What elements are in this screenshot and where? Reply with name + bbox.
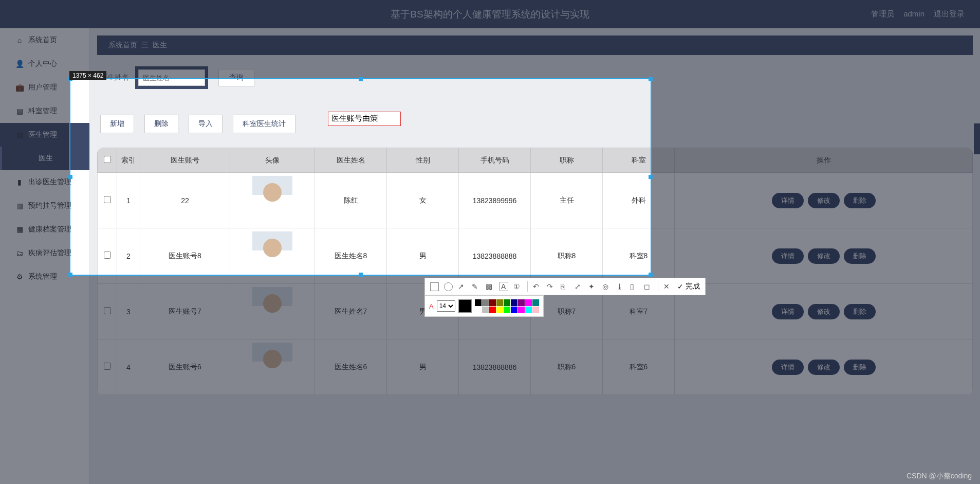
screenshot-mask (652, 78, 980, 276)
expand-tool-icon[interactable]: ⤢ (575, 282, 583, 291)
annotation-text: 医生账号由策 (331, 114, 378, 122)
color-swatch[interactable] (518, 307, 525, 313)
font-a-icon: A (429, 302, 434, 310)
mosaic-tool-icon[interactable]: ▩ (486, 282, 494, 291)
pin-tool-icon[interactable]: ✦ (588, 282, 597, 291)
current-color-swatch[interactable] (458, 299, 472, 313)
color-swatch[interactable] (475, 299, 482, 306)
stats-button[interactable]: 科室医生统计 (233, 115, 295, 133)
cell-name: 陈红 (315, 173, 387, 228)
cell-gender: 女 (387, 173, 459, 228)
text-tool-icon[interactable]: A (500, 282, 508, 291)
color-swatch[interactable] (525, 299, 532, 306)
pencil-tool-icon[interactable]: ✎ (472, 282, 480, 291)
ellipse-tool-icon[interactable] (444, 282, 453, 291)
annotation-text-input[interactable]: 医生账号由策 (328, 112, 401, 126)
font-size-select[interactable]: 14 (437, 300, 455, 312)
col-header: 索引 (117, 148, 140, 173)
import-button[interactable]: 导入 (189, 115, 223, 133)
color-swatch[interactable] (525, 307, 532, 313)
color-swatch[interactable] (489, 299, 496, 306)
undo-icon[interactable]: ↶ (533, 282, 542, 291)
cell-title: 主任 (531, 173, 603, 228)
check-icon: ✓ (677, 282, 683, 291)
color-swatch[interactable] (532, 299, 539, 306)
col-header: 职称 (531, 148, 603, 173)
font-toolbar: A 14 (424, 295, 544, 317)
col-header (98, 148, 117, 173)
color-swatch[interactable] (518, 299, 525, 306)
delete-button[interactable]: 删除 (144, 115, 178, 133)
cell-idx: 1 (117, 173, 140, 228)
copy-icon[interactable]: ▯ (630, 282, 639, 291)
screenshot-mask (0, 78, 69, 276)
color-swatch[interactable] (532, 307, 539, 313)
color-swatch[interactable] (511, 307, 517, 313)
color-swatch[interactable] (504, 307, 510, 313)
rect-tool-icon[interactable] (430, 282, 439, 291)
color-swatch[interactable] (511, 299, 517, 306)
cancel-icon[interactable]: ✕ (663, 282, 672, 291)
cell-phone: 13823899996 (459, 173, 531, 228)
done-label: 完成 (686, 282, 700, 291)
add-button[interactable]: 新增 (100, 115, 134, 133)
col-header: 医生姓名 (315, 148, 387, 173)
color-swatches (475, 299, 539, 313)
bookmark-icon[interactable]: ◻ (644, 282, 653, 291)
cell-acct: 22 (140, 173, 230, 228)
color-swatch[interactable] (496, 299, 503, 306)
done-button[interactable]: ✓完成 (677, 282, 700, 291)
download-icon[interactable]: ⭳ (616, 282, 625, 291)
color-swatch[interactable] (475, 307, 482, 313)
counter-tool-icon[interactable]: ① (513, 282, 522, 291)
redo-icon[interactable]: ↷ (547, 282, 556, 291)
row-checkbox[interactable] (104, 196, 111, 203)
color-swatch[interactable] (489, 307, 496, 313)
avatar (252, 176, 292, 223)
col-header: 性别 (387, 148, 459, 173)
arrow-tool-icon[interactable]: ↗ (458, 282, 467, 291)
color-swatch[interactable] (504, 299, 510, 306)
avatar (252, 231, 292, 279)
color-swatch[interactable] (482, 307, 489, 313)
color-swatch[interactable] (496, 307, 503, 313)
col-header: 医生账号 (140, 148, 230, 173)
watermark: CSDN @小蔡coding (907, 472, 972, 481)
selection-dimensions: 1375 × 462 (69, 71, 106, 80)
screenshot-toolbar: ↗ ✎ ▩ A ① ↶ ↷ ⎘ ⤢ ✦ ◎ ⭳ ▯ ◻ ✕ ✓完成 (424, 278, 706, 295)
color-swatch[interactable] (482, 299, 489, 306)
col-header: 头像 (230, 148, 315, 173)
row-checkbox[interactable] (104, 252, 111, 259)
screenshot-mask (0, 0, 980, 78)
target-tool-icon[interactable]: ◎ (602, 282, 611, 291)
select-all-checkbox[interactable] (104, 156, 111, 163)
crop-tool-icon[interactable]: ⎘ (561, 282, 569, 291)
col-header: 手机号码 (459, 148, 531, 173)
